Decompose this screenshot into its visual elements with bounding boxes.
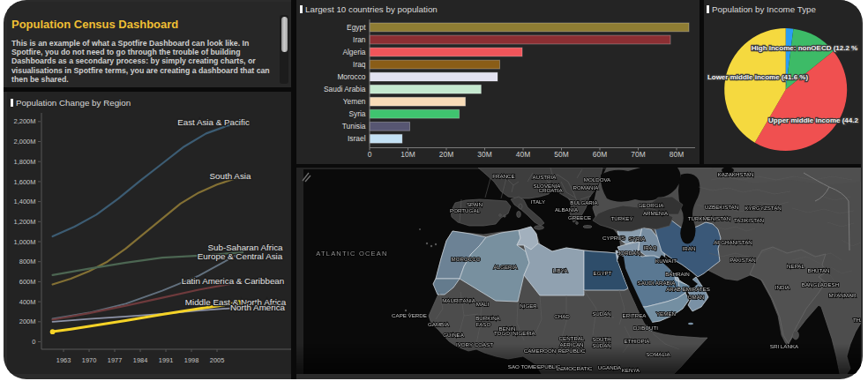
svg-text:FASO: FASO xyxy=(476,321,491,327)
svg-text:TURKMENISTAN: TURKMENISTAN xyxy=(688,215,730,221)
svg-text:UGANDA: UGANDA xyxy=(598,364,622,370)
svg-text:NIGERIA: NIGERIA xyxy=(513,330,535,336)
svg-text:SUDAN: SUDAN xyxy=(592,310,611,317)
svg-text:Morocco: Morocco xyxy=(337,72,365,81)
svg-text:TURKEY: TURKEY xyxy=(610,215,632,221)
svg-text:ITALY: ITALY xyxy=(531,198,545,205)
svg-text:SYRIA: SYRIA xyxy=(629,235,646,242)
svg-text:South Asia: South Asia xyxy=(210,171,251,181)
svg-text:CAMEROON: CAMEROON xyxy=(524,347,556,354)
svg-text:LIBYA: LIBYA xyxy=(552,267,568,273)
svg-text:AFGHANISTAN: AFGHANISTAN xyxy=(714,239,752,245)
svg-text:SPAIN: SPAIN xyxy=(467,201,483,207)
svg-text:OMAN: OMAN xyxy=(688,294,705,300)
svg-text:REPUBLIC: REPUBLIC xyxy=(558,347,586,354)
svg-text:Iran: Iran xyxy=(353,35,366,44)
svg-text:TOGO: TOGO xyxy=(494,330,510,336)
svg-text:AFRICAN: AFRICAN xyxy=(559,341,583,347)
svg-text:1998: 1998 xyxy=(184,356,198,364)
svg-text:CROATIA: CROATIA xyxy=(538,187,563,193)
svg-text:BAHRAIN: BAHRAIN xyxy=(665,271,690,277)
svg-text:CAPE VERDE: CAPE VERDE xyxy=(392,312,427,318)
svg-text:80M: 80M xyxy=(670,150,684,159)
svg-text:ARAB EMIRATES: ARAB EMIRATES xyxy=(666,286,710,292)
svg-text:TAJIKISTAN: TAJIKISTAN xyxy=(734,217,764,223)
svg-text:MOLDOVA: MOLDOVA xyxy=(584,176,611,183)
svg-text:GUINEA: GUINEA xyxy=(443,332,465,338)
svg-text:ALGERIA: ALGERIA xyxy=(494,264,519,270)
svg-text:KAZAKHSTAN: KAZAKHSTAN xyxy=(718,171,754,177)
svg-text:1,200M: 1,200M xyxy=(13,218,35,226)
svg-text:SRI LANKA: SRI LANKA xyxy=(770,343,799,349)
svg-text:50M: 50M xyxy=(554,150,568,159)
svg-text:EGYPT: EGYPT xyxy=(594,270,612,276)
svg-text:NEPAL: NEPAL xyxy=(787,263,804,269)
svg-text:20M: 20M xyxy=(439,150,453,159)
svg-text:30M: 30M xyxy=(477,150,491,159)
svg-text:1,400M: 1,400M xyxy=(13,198,35,205)
svg-text:High income: nonOECD (12.2 %: High income: nonOECD (12.2 % xyxy=(752,44,857,52)
svg-text:AUSTRIA: AUSTRIA xyxy=(533,174,557,180)
svg-text:SAUDI ARABIA: SAUDI ARABIA xyxy=(638,280,677,286)
svg-text:1,000M: 1,000M xyxy=(13,238,35,246)
svg-text:MOROCCO: MOROCCO xyxy=(452,256,481,262)
svg-text:SOUTH: SOUTH xyxy=(592,336,611,342)
svg-text:PAKISTAN: PAKISTAN xyxy=(730,257,756,263)
svg-text:ERITREA: ERITREA xyxy=(623,312,647,318)
svg-text:Israel: Israel xyxy=(348,134,366,143)
svg-text:2005: 2005 xyxy=(210,356,224,364)
svg-text:CENTRAL: CENTRAL xyxy=(559,335,585,341)
svg-text:Europe & Central Asia: Europe & Central Asia xyxy=(198,251,283,261)
svg-text:KUWAIT: KUWAIT xyxy=(655,258,677,264)
svg-text:MYANMAR: MYANMAR xyxy=(828,292,857,298)
svg-text:East Asia & Pacific: East Asia & Pacific xyxy=(177,117,250,127)
svg-text:GEORGIA: GEORGIA xyxy=(639,202,665,208)
svg-text:IRAN: IRAN xyxy=(683,245,696,251)
svg-text:MAURITANIA: MAURITANIA xyxy=(442,297,476,303)
svg-text:DEMOCRATIC: DEMOCRATIC xyxy=(556,365,593,371)
svg-text:SOMALIA: SOMALIA xyxy=(646,351,670,357)
svg-text:BURKINA: BURKINA xyxy=(475,315,500,321)
svg-text:NIGER: NIGER xyxy=(520,303,537,309)
svg-text:DJIBOUTI: DJIBOUTI xyxy=(633,325,658,331)
svg-text:THAI: THAI xyxy=(853,317,861,323)
svg-text:Algeria: Algeria xyxy=(342,48,365,56)
svg-text:CHAD: CHAD xyxy=(554,313,570,319)
svg-text:1984: 1984 xyxy=(133,356,147,364)
svg-text:Tunisia: Tunisia xyxy=(342,122,366,131)
svg-text:ETHIOPIA: ETHIOPIA xyxy=(625,338,651,344)
svg-text:MALI: MALI xyxy=(476,301,490,307)
svg-text:REPUBLIC: REPUBLIC xyxy=(534,363,561,370)
svg-text:ATLANTIC OCEAN: ATLANTIC OCEAN xyxy=(316,250,387,258)
svg-text:Yemen: Yemen xyxy=(343,97,366,106)
svg-text:1991: 1991 xyxy=(159,356,173,364)
svg-text:1970: 1970 xyxy=(82,356,96,364)
svg-text:YEMEN: YEMEN xyxy=(656,310,676,317)
svg-text:400M: 400M xyxy=(19,298,36,306)
svg-text:1977: 1977 xyxy=(108,356,122,364)
svg-text:2,000M: 2,000M xyxy=(13,138,35,146)
svg-text:BHUTAN: BHUTAN xyxy=(808,267,830,273)
svg-text:JORDAN: JORDAN xyxy=(617,250,640,256)
svg-text:1,800M: 1,800M xyxy=(13,158,35,166)
svg-text:60M: 60M xyxy=(593,150,607,159)
svg-text:800M: 800M xyxy=(19,258,36,265)
svg-text:SAO TOME: SAO TOME xyxy=(508,363,536,370)
svg-text:SUDAN: SUDAN xyxy=(592,342,611,348)
svg-text:UZBEKISTAN: UZBEKISTAN xyxy=(705,204,738,210)
svg-text:IRAQ: IRAQ xyxy=(643,244,656,250)
svg-text:IVORY COAST: IVORY COAST xyxy=(456,341,493,347)
svg-text:ALBANIA: ALBANIA xyxy=(555,206,579,213)
svg-text:Upper middle income (44.2: Upper middle income (44.2 xyxy=(768,116,858,124)
svg-text:INDIA: INDIA xyxy=(775,284,790,290)
svg-text:BANGLADESH: BANGLADESH xyxy=(802,281,839,288)
svg-text:GREECE: GREECE xyxy=(568,214,591,220)
svg-text:600M: 600M xyxy=(19,278,36,286)
svg-text:GAMBIA: GAMBIA xyxy=(428,321,450,327)
svg-text:ARMENIA: ARMENIA xyxy=(643,210,669,216)
svg-text:70M: 70M xyxy=(631,150,645,159)
svg-text:North America: North America xyxy=(230,303,286,312)
svg-text:Saudi Arabia: Saudi Arabia xyxy=(324,85,366,93)
svg-text:Syria: Syria xyxy=(348,109,365,118)
svg-text:2,200M: 2,200M xyxy=(13,117,35,125)
